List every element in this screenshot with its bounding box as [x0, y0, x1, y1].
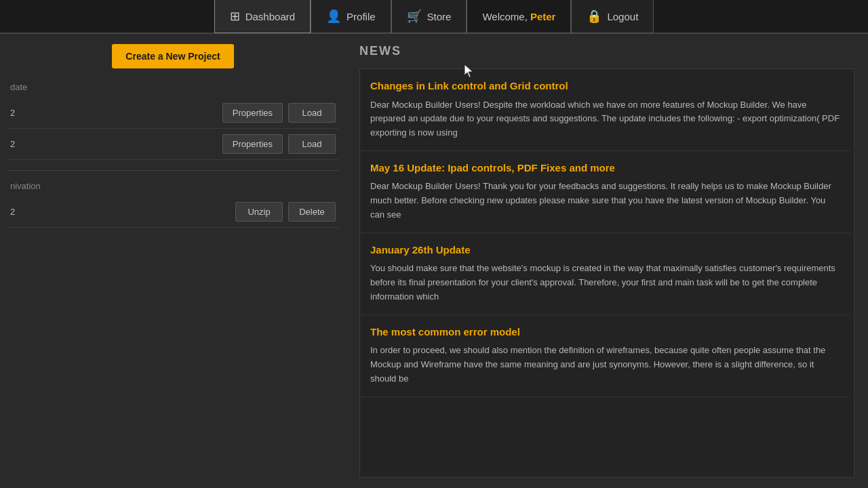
main-content: Create a New Project date 2 Properties L…	[0, 34, 868, 488]
news-scroll-area[interactable]: Changes in Link control and Grid control…	[359, 68, 854, 478]
news-panel: NEWS Changes in Link control and Grid co…	[346, 34, 868, 488]
news-item-title-4: The most common error model	[370, 325, 840, 339]
news-item-1: Changes in Link control and Grid control…	[360, 69, 850, 151]
archive-row: 2 Unzip Delete	[7, 197, 339, 228]
welcome-message: Welcome, Peter	[467, 0, 571, 33]
profile-label: Profile	[347, 11, 376, 22]
store-label: Store	[427, 11, 452, 22]
profile-button[interactable]: 👤 Profile	[311, 0, 391, 33]
store-button[interactable]: 🛒 Store	[391, 0, 467, 33]
news-section-title: NEWS	[359, 44, 854, 58]
welcome-text: Welcome,	[482, 11, 527, 22]
load-button-2[interactable]: Load	[288, 134, 336, 154]
news-item-title-1: Changes in Link control and Grid control	[370, 79, 840, 93]
unzip-button[interactable]: Unzip	[235, 202, 283, 222]
dashboard-label: Dashboard	[245, 11, 295, 22]
archivation-label: nivation	[7, 181, 339, 191]
project-row: 2 Properties Load	[7, 98, 339, 129]
top-navigation: ⊞ Dashboard 👤 Profile 🛒 Store Welcome, P…	[0, 0, 868, 34]
left-panel: Create a New Project date 2 Properties L…	[0, 34, 346, 488]
project-row-2: 2 Properties Load	[7, 129, 339, 160]
dashboard-icon: ⊞	[230, 9, 240, 24]
archive-project-name: 2	[10, 207, 230, 217]
news-item-3: January 26th Update You should make sure…	[360, 233, 850, 315]
news-item-body-1: Dear Mockup Builder Users! Despite the w…	[370, 98, 840, 140]
project-name-2: 2	[10, 139, 217, 149]
store-icon: 🛒	[407, 9, 422, 24]
logout-button[interactable]: 🔒 Logout	[571, 0, 654, 33]
news-item-2: May 16 Update: Ipad controls, PDF Fixes …	[360, 151, 850, 233]
update-section-label: date	[7, 82, 339, 92]
delete-button[interactable]: Delete	[288, 202, 336, 222]
news-item-body-2: Dear Mockup Builder Users! Thank you for…	[370, 180, 840, 222]
news-item-title-2: May 16 Update: Ipad controls, PDF Fixes …	[370, 161, 840, 175]
section-divider	[7, 170, 339, 171]
create-project-button[interactable]: Create a New Project	[112, 44, 233, 68]
properties-button-2[interactable]: Properties	[222, 134, 283, 154]
profile-icon: 👤	[326, 9, 341, 24]
news-item-body-3: You should make sure that the website's …	[370, 262, 840, 304]
logout-label: Logout	[607, 11, 638, 22]
project-name: 2	[10, 108, 217, 118]
news-item-4: The most common error model In order to …	[360, 315, 850, 397]
properties-button-1[interactable]: Properties	[222, 103, 283, 123]
user-name: Peter	[530, 11, 556, 22]
news-item-title-3: January 26th Update	[370, 243, 840, 257]
news-item-body-4: In order to proceed, we should also ment…	[370, 344, 840, 386]
logout-icon: 🔒	[587, 9, 601, 24]
load-button-1[interactable]: Load	[288, 103, 336, 123]
dashboard-button[interactable]: ⊞ Dashboard	[214, 0, 311, 33]
